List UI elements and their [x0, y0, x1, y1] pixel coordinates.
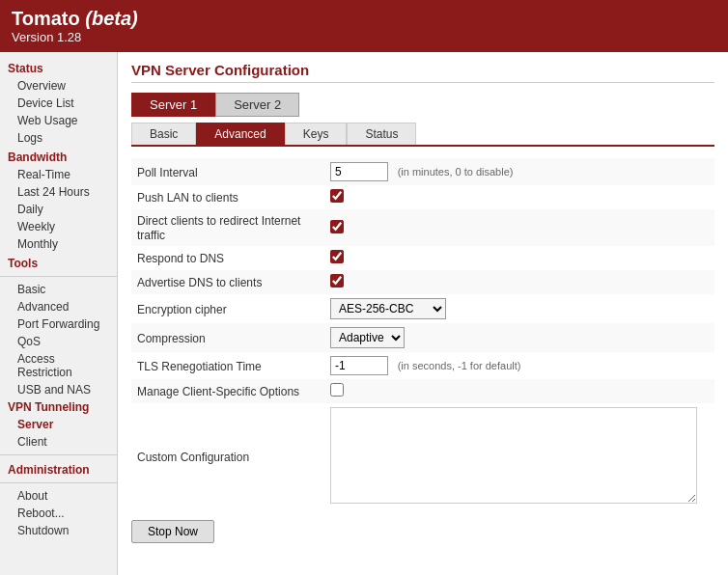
stop-now-button[interactable]: Stop Now [131, 520, 214, 543]
sidebar-section-administration: Administration [0, 459, 117, 479]
sidebar-item-basic[interactable]: Basic [0, 281, 117, 298]
poll-interval-hint: (in minutes, 0 to disable) [398, 166, 514, 178]
poll-interval-input[interactable] [330, 162, 388, 181]
sidebar-item-shutdown[interactable]: Shutdown [0, 522, 117, 539]
server-tab-1[interactable]: Server 1 [131, 93, 215, 117]
direct-clients-label: Direct clients to redirect Internet traf… [137, 214, 300, 242]
sidebar-item-usb-nas[interactable]: USB and NAS [0, 381, 117, 398]
advertise-dns-label: Advertise DNS to clients [137, 276, 262, 289]
sidebar-item-overview[interactable]: Overview [0, 77, 117, 95]
sidebar-section-tools: Tools [0, 253, 117, 272]
sidebar-item-device-list[interactable]: Device List [0, 95, 117, 112]
manage-client-checkbox[interactable] [330, 383, 344, 397]
sidebar-item-last24[interactable]: Last 24 Hours [0, 183, 117, 201]
app-version: Version 1.28 [12, 30, 716, 44]
sidebar-item-realtime[interactable]: Real-Time [0, 166, 117, 183]
tls-hint: (in seconds, -1 for default) [398, 360, 521, 371]
sidebar-item-qos[interactable]: QoS [0, 333, 117, 350]
sidebar-item-monthly[interactable]: Monthly [0, 235, 117, 253]
sidebar-item-reboot[interactable]: Reboot... [0, 505, 117, 522]
sidebar-section-status: Status [0, 58, 117, 77]
compression-label: Compression [137, 332, 206, 345]
sidebar-item-advanced[interactable]: Advanced [0, 298, 117, 315]
tab-advanced[interactable]: Advanced [196, 123, 284, 145]
sidebar-item-server[interactable]: Server [0, 416, 117, 433]
sidebar-section-bandwidth: Bandwidth [0, 147, 117, 166]
sidebar-item-web-usage[interactable]: Web Usage [0, 112, 117, 129]
manage-client-label: Manage Client-Specific Options [137, 385, 299, 398]
server-tabs: Server 1 Server 2 [131, 93, 714, 117]
sidebar-item-about[interactable]: About [0, 487, 117, 505]
sidebar-item-logs[interactable]: Logs [0, 129, 117, 147]
tab-status[interactable]: Status [347, 123, 416, 145]
tls-input[interactable] [330, 356, 388, 375]
app-title: Tomato (beta) [12, 8, 716, 30]
server-tab-2[interactable]: Server 2 [215, 93, 299, 117]
push-lan-checkbox[interactable] [330, 189, 344, 203]
config-form: Poll Interval (in minutes, 0 to disable)… [131, 158, 714, 510]
sidebar-item-access-restriction[interactable]: Access Restriction [0, 350, 117, 381]
sidebar-item-port-forwarding[interactable]: Port Forwarding [0, 315, 117, 333]
respond-dns-label: Respond to DNS [137, 252, 224, 265]
sidebar: Status Overview Device List Web Usage Lo… [0, 52, 118, 575]
sidebar-item-client[interactable]: Client [0, 433, 117, 451]
page-title: VPN Server Configuration [131, 62, 714, 83]
direct-clients-checkbox[interactable] [330, 220, 344, 233]
sidebar-item-weekly[interactable]: Weekly [0, 218, 117, 235]
sidebar-item-vpn-tunneling[interactable]: VPN Tunneling [0, 398, 117, 416]
sub-tabs: Basic Advanced Keys Status [131, 123, 714, 147]
custom-config-textarea[interactable] [330, 407, 697, 504]
compression-select[interactable]: Adaptive None LZO [330, 327, 405, 348]
main-content: VPN Server Configuration Server 1 Server… [118, 52, 728, 575]
app-name: Tomato [12, 8, 80, 29]
sidebar-item-daily[interactable]: Daily [0, 201, 117, 218]
respond-dns-checkbox[interactable] [330, 250, 344, 263]
tab-basic[interactable]: Basic [131, 123, 196, 145]
poll-interval-label: Poll Interval [137, 166, 198, 179]
encryption-cipher-select[interactable]: AES-256-CBC AES-128-CBC DES-EDE3-CBC BF-… [330, 298, 446, 319]
tls-label: TLS Renegotiation Time [137, 360, 262, 373]
push-lan-label: Push LAN to clients [137, 191, 238, 205]
app-header: Tomato (beta) Version 1.28 [0, 0, 728, 52]
encryption-label: Encryption cipher [137, 303, 227, 316]
advertise-dns-checkbox[interactable] [330, 274, 344, 288]
app-subtitle: (beta) [85, 8, 137, 29]
custom-config-label: Custom Configuration [137, 451, 249, 464]
tab-keys[interactable]: Keys [285, 123, 348, 145]
